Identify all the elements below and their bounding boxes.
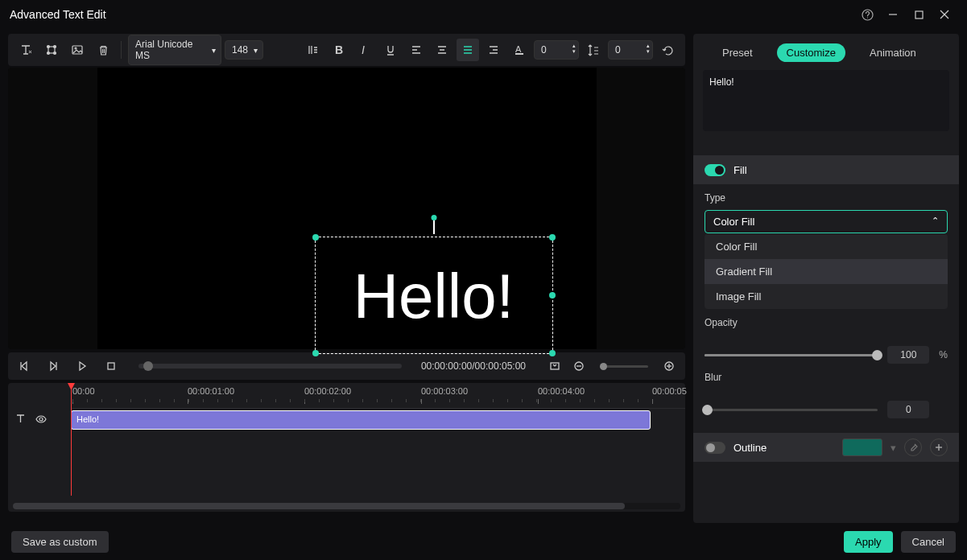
font-size-select[interactable]: 148 ▾ [225, 40, 263, 60]
play-icon[interactable] [74, 358, 90, 374]
zoom-out-icon[interactable] [571, 358, 587, 374]
transform-icon[interactable] [40, 39, 63, 61]
fill-label: Fill [734, 164, 747, 176]
step-back-icon[interactable] [16, 358, 32, 374]
tick: 00:00:01:00 [188, 386, 234, 396]
outline-toggle[interactable] [705, 442, 725, 454]
dropdown-chevron-icon[interactable]: ▾ [891, 442, 896, 454]
svg-rect-11 [72, 46, 82, 54]
blur-slider[interactable] [705, 409, 878, 411]
tick: 00:00:02:00 [304, 386, 351, 396]
align-right-icon[interactable] [482, 39, 505, 61]
zoom-in-icon[interactable] [661, 358, 677, 374]
tab-preset[interactable]: Preset [713, 43, 762, 62]
type-value: Color Fill [713, 216, 754, 228]
bold-icon[interactable]: B [328, 39, 350, 61]
spacing-value: 0 [541, 44, 547, 56]
chevron-up-icon: ⌃ [932, 216, 939, 228]
text-input[interactable]: Hello! [703, 70, 949, 131]
playhead[interactable] [71, 383, 72, 496]
timeline: 00:00 00:00:01:00 00:00:02:00 00:00:03:0… [8, 383, 685, 512]
svg-text:B: B [335, 44, 343, 56]
tick: 00:00:05 [652, 386, 687, 396]
timeline-scrollbar[interactable] [13, 503, 680, 509]
timeline-track-row: Hello! [8, 409, 685, 431]
dropdown-option[interactable]: Image Fill [705, 284, 948, 309]
svg-point-7 [48, 46, 50, 48]
svg-point-38 [39, 418, 43, 421]
minimize-icon[interactable] [880, 10, 906, 19]
cancel-button[interactable]: Cancel [901, 531, 956, 553]
image-icon[interactable] [66, 39, 89, 61]
maximize-icon[interactable] [906, 10, 932, 19]
canvas[interactable]: Hello! [8, 68, 685, 349]
save-custom-button[interactable]: Save as custom [11, 531, 109, 553]
window-title: Advanced Text Edit [10, 8, 854, 21]
eyedropper-icon[interactable] [904, 439, 922, 456]
svg-point-10 [54, 52, 56, 55]
add-icon[interactable] [930, 439, 948, 456]
blur-value[interactable]: 0 [887, 401, 929, 418]
reset-icon[interactable] [656, 39, 679, 61]
svg-rect-6 [48, 47, 55, 53]
svg-rect-31 [108, 363, 114, 369]
text-color-icon[interactable]: A [508, 39, 531, 61]
close-icon[interactable] [932, 10, 957, 19]
chevron-down-icon: ▾ [212, 46, 216, 55]
apply-button[interactable]: Apply [844, 531, 893, 553]
timeline-clip[interactable]: Hello! [71, 410, 651, 430]
svg-text:I: I [362, 44, 365, 56]
char-spacing-input[interactable]: 0 ▴▾ [534, 40, 579, 60]
tick: 00:00 [72, 386, 95, 396]
zoom-slider[interactable] [600, 365, 648, 368]
crop-icon[interactable] [547, 358, 563, 374]
delete-icon[interactable] [92, 39, 114, 61]
credits-icon[interactable] [302, 39, 324, 61]
line-spacing-value: 0 [615, 44, 621, 56]
titlebar: Advanced Text Edit [0, 0, 967, 29]
italic-icon[interactable]: I [353, 39, 376, 61]
chevron-down-icon: ▾ [254, 46, 258, 55]
text-value: Hello! [709, 76, 734, 88]
stop-icon[interactable] [103, 358, 119, 374]
align-center-icon[interactable] [431, 39, 453, 61]
footer: Save as custom Apply Cancel [0, 523, 967, 560]
fill-section-header[interactable]: Fill [693, 155, 959, 184]
timeline-ruler[interactable]: 00:00 00:00:01:00 00:00:02:00 00:00:03:0… [71, 383, 685, 409]
playback-scrubber[interactable] [138, 364, 402, 369]
opacity-slider[interactable] [705, 354, 878, 356]
tab-animation[interactable]: Animation [860, 43, 926, 62]
playback-time: 00:00:00:00/00:00:05:00 [421, 360, 526, 372]
svg-text:A: A [515, 44, 522, 54]
type-label: Type [705, 192, 948, 204]
tab-customize[interactable]: Customize [777, 43, 845, 62]
rotate-handle[interactable] [433, 220, 435, 234]
opacity-unit: % [939, 349, 948, 360]
svg-point-9 [48, 52, 50, 55]
font-name: Arial Unicode MS [135, 39, 192, 61]
line-spacing-input[interactable]: 0 ▴▾ [608, 40, 653, 60]
text-tool-icon[interactable] [14, 39, 37, 61]
text-selection-box[interactable]: Hello! [315, 237, 553, 354]
toolbar: Arial Unicode MS ▾ 148 ▾ B I A 0 ▴▾ [8, 34, 685, 66]
type-select[interactable]: Color Fill ⌃ [705, 210, 948, 233]
visibility-icon[interactable] [35, 413, 48, 428]
dropdown-option[interactable]: Gradient Fill [705, 259, 948, 284]
tick: 00:00:04:00 [538, 386, 585, 396]
fill-toggle[interactable] [705, 164, 725, 176]
help-icon[interactable] [854, 9, 880, 21]
dropdown-option[interactable]: Color Fill [705, 234, 948, 259]
step-forward-icon[interactable] [45, 358, 61, 374]
outline-section: Outline ▾ [693, 433, 959, 462]
font-select[interactable]: Arial Unicode MS ▾ [128, 35, 221, 65]
line-height-icon[interactable] [582, 39, 605, 61]
underline-icon[interactable] [379, 39, 402, 61]
panel-tabs: Preset Customize Animation [693, 40, 959, 70]
text-track-icon[interactable] [14, 413, 27, 428]
outline-color-swatch[interactable] [842, 439, 882, 456]
align-left-icon[interactable] [405, 39, 428, 61]
canvas-text[interactable]: Hello! [316, 237, 552, 353]
opacity-value[interactable]: 100 [887, 346, 929, 364]
svg-point-12 [75, 47, 76, 49]
align-justify-icon[interactable] [457, 39, 479, 61]
